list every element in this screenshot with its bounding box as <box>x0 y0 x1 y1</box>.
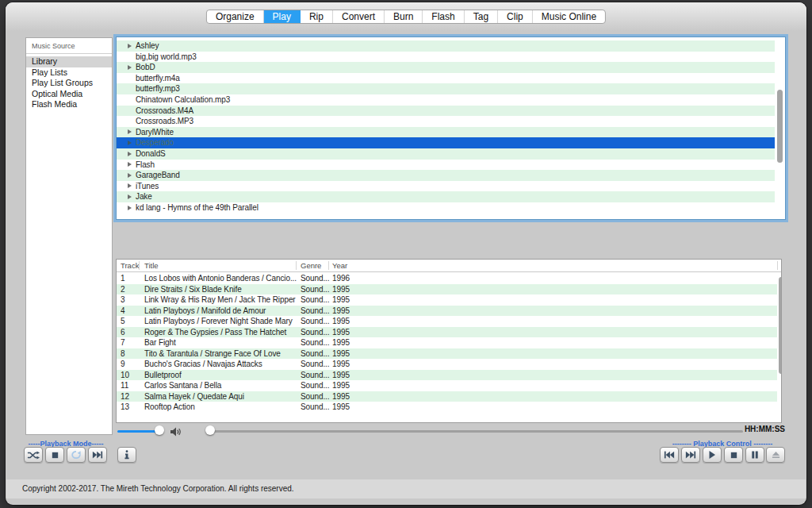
library-row-crossroads-mp3[interactable]: Crossroads.MP3 <box>117 116 775 127</box>
library-row-bobd[interactable]: BobD <box>117 62 775 73</box>
tab-tag[interactable]: Tag <box>465 10 498 23</box>
disclosure-triangle-icon[interactable] <box>128 206 132 210</box>
skip-back-icon <box>664 451 675 459</box>
library-scrollbar-thumb[interactable] <box>777 90 783 163</box>
track-row-12[interactable]: 12Salma Hayek / Quedate AquiSound...1995 <box>117 391 777 402</box>
disclosure-triangle-icon[interactable] <box>128 194 132 199</box>
sidebar-item-optical-media[interactable]: Optical Media <box>26 89 112 100</box>
column-header-genre[interactable]: Genre <box>301 261 321 270</box>
track-row-7[interactable]: 7Bar FightSound...1995 <box>117 337 777 348</box>
playback-control-buttons <box>660 447 764 463</box>
progress-slider-knob[interactable] <box>205 425 215 435</box>
tab-rip[interactable]: Rip <box>301 10 333 23</box>
track-row-4[interactable]: 4Latin Playboys / Manifold de AmourSound… <box>117 306 777 317</box>
track-row-10[interactable]: 10BulletproofSound...1995 <box>117 370 777 381</box>
title-cell: Rooftop Action <box>144 402 298 413</box>
sidebar-item-play-list-groups[interactable]: Play List Groups <box>26 78 112 89</box>
year-cell: 1995 <box>332 306 364 317</box>
library-row-itunes[interactable]: iTunes <box>117 181 775 192</box>
info-button-wrap <box>117 447 136 463</box>
eject-button[interactable] <box>766 447 785 463</box>
library-row-crossroads-m4a[interactable]: Crossroads.M4A <box>117 106 775 117</box>
library-row-chinatown-calculation-mp3[interactable]: Chinatown Calculation.mp3 <box>117 94 775 106</box>
library-row-flash[interactable]: Flash <box>117 160 775 171</box>
track-row-13[interactable]: 13Rooftop ActionSound...1995 <box>117 402 777 413</box>
column-header-year[interactable]: Year <box>332 261 347 270</box>
track-row-6[interactable]: 6Roger & The Gypsies / Pass The HatchetS… <box>117 327 777 338</box>
disclosure-triangle-icon[interactable] <box>128 129 132 134</box>
tab-clip[interactable]: Clip <box>498 10 533 23</box>
track-row-3[interactable]: 3Link Wray & His Ray Men / Jack The Ripp… <box>117 294 777 306</box>
stop-button[interactable] <box>724 447 743 463</box>
track-cell: 11 <box>121 380 138 391</box>
track-row-8[interactable]: 8Tito & Tarantula / Strange Face Of Love… <box>117 348 777 360</box>
library-row-ashley[interactable]: Ashley <box>117 40 775 52</box>
track-cell: 8 <box>121 348 138 360</box>
genre-cell: Sound... <box>301 284 331 295</box>
volume-slider-track[interactable] <box>117 430 159 433</box>
genre-cell: Sound... <box>301 316 331 327</box>
library-row-desperado[interactable]: Desperado <box>117 137 775 148</box>
progress-slider-track[interactable] <box>210 430 743 433</box>
library-row-kd-lang-hymns-of-the-49th-parallel[interactable]: kd lang - Hymns of the 49th Parallel <box>117 202 775 214</box>
shuffle-button[interactable] <box>24 447 43 463</box>
info-button[interactable] <box>117 447 136 463</box>
library-row-butterfly-m4a[interactable]: butterfly.m4a <box>117 73 775 84</box>
stop-icon <box>51 451 59 460</box>
volume-slider-knob[interactable] <box>155 425 164 435</box>
column-header-track[interactable]: Track <box>121 261 139 270</box>
genre-cell: Sound... <box>301 348 331 360</box>
track-row-5[interactable]: 5Latin Playboys / Forever Night Shade Ma… <box>117 316 777 327</box>
library-tree[interactable]: Ashleybig,big world.mp3BobDbutterfly.m4a… <box>116 37 786 220</box>
year-cell: 1995 <box>332 391 364 402</box>
tab-flash[interactable]: Flash <box>423 10 464 23</box>
library-row-donalds[interactable]: DonaldS <box>117 148 775 160</box>
tab-play[interactable]: Play <box>264 10 301 23</box>
track-row-1[interactable]: 1Los Lobos with Antonio Banderas / Canci… <box>117 273 777 284</box>
library-row-label: Crossroads.MP3 <box>136 117 193 125</box>
play-button[interactable] <box>703 447 722 463</box>
stop-button[interactable] <box>45 447 64 463</box>
track-row-2[interactable]: 2Dire Straits / Six Blade KnifeSound...1… <box>117 284 777 295</box>
track-row-9[interactable]: 9Bucho's Gracias / Navajas AttacksSound.… <box>117 359 777 370</box>
year-cell: 1995 <box>332 402 364 413</box>
stop-icon <box>730 451 738 460</box>
library-row-darylwhite[interactable]: DarylWhite <box>117 127 775 138</box>
column-divider <box>296 261 297 270</box>
tab-burn[interactable]: Burn <box>385 10 423 23</box>
library-row-butterfly-mp3[interactable]: butterfly.mp3 <box>117 83 775 94</box>
pause-button[interactable] <box>745 447 764 463</box>
library-row-big-big-world-mp3[interactable]: big,big world.mp3 <box>117 52 775 63</box>
disclosure-triangle-icon[interactable] <box>128 65 132 70</box>
disclosure-triangle-icon[interactable] <box>128 183 132 188</box>
repeat-button[interactable] <box>67 447 86 463</box>
track-row-11[interactable]: 11Carlos Santana / BellaSound...1995 <box>117 380 777 391</box>
library-row-label: DarylWhite <box>136 128 174 137</box>
column-header-title[interactable]: Title <box>144 261 159 270</box>
track-cell: 3 <box>121 294 138 306</box>
tab-organize[interactable]: Organize <box>207 10 264 23</box>
skip-back-button[interactable] <box>660 447 679 463</box>
disclosure-triangle-icon[interactable] <box>128 152 132 156</box>
tab-music-online[interactable]: Music Online <box>533 10 605 23</box>
sidebar-item-flash-media[interactable]: Flash Media <box>26 99 112 110</box>
library-row-jake[interactable]: Jake <box>117 191 775 202</box>
disclosure-triangle-icon[interactable] <box>128 173 132 178</box>
genre-cell: Sound... <box>301 337 331 348</box>
track-table[interactable]: TrackTitleGenreYear 1Los Lobos with Anto… <box>116 259 782 423</box>
skip-forward-button[interactable] <box>681 447 700 463</box>
disclosure-triangle-icon[interactable] <box>128 162 132 167</box>
disclosure-triangle-icon[interactable] <box>128 44 132 48</box>
library-row-garageband[interactable]: GarageBand <box>117 170 775 181</box>
sidebar-item-library[interactable]: Library <box>26 56 112 67</box>
table-scrollbar-thumb[interactable] <box>779 277 782 374</box>
disclosure-triangle-icon[interactable] <box>128 140 132 145</box>
tab-convert[interactable]: Convert <box>333 10 385 23</box>
skip-next-button[interactable] <box>88 447 107 463</box>
title-cell: Bar Fight <box>144 337 298 348</box>
track-cell: 5 <box>121 316 138 327</box>
year-cell: 1995 <box>332 316 364 327</box>
year-cell: 1995 <box>332 284 364 295</box>
music-source-header: Music Source <box>26 38 112 54</box>
sidebar-item-play-lists[interactable]: Play Lists <box>26 67 112 79</box>
